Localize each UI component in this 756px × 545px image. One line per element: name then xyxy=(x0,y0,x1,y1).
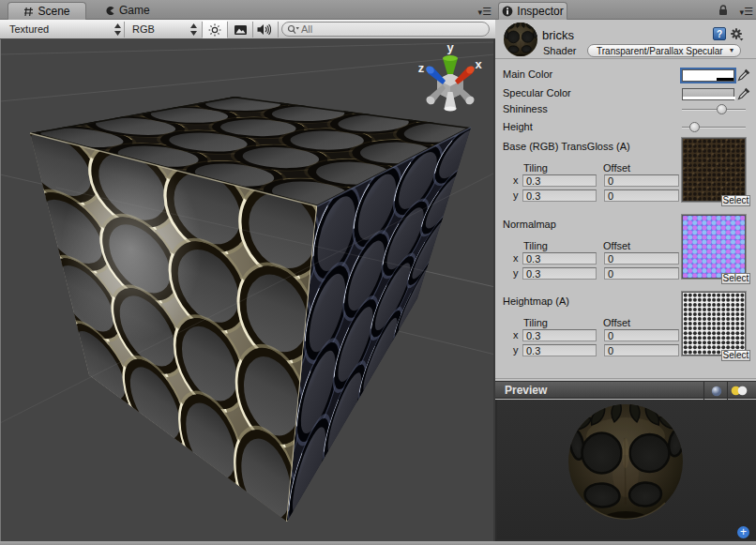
svg-text:y: y xyxy=(446,40,454,54)
svg-text:x: x xyxy=(475,57,482,71)
svg-text:z: z xyxy=(418,61,425,75)
